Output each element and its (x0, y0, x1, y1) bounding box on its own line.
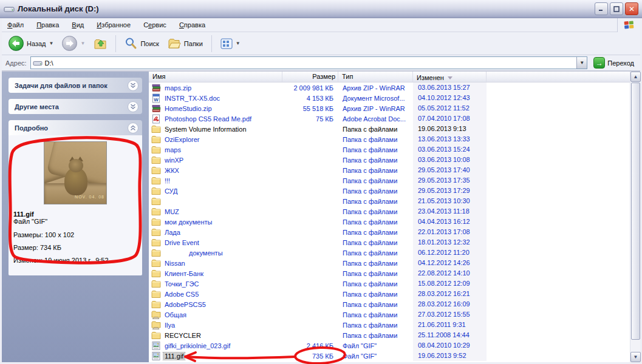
menu-item[interactable]: Справка (174, 19, 211, 31)
back-button[interactable]: Назад ▼ (5, 34, 56, 53)
details-filetype: Файл "GIF" (13, 218, 137, 225)
vertical-scrollbar[interactable]: ▲ ▼ (630, 72, 640, 362)
folder-icon (151, 186, 161, 196)
table-row[interactable]: Точки_ГЭС Папка с файлами 15.08.2012 12:… (149, 278, 630, 289)
file-size: 55 518 КБ (282, 105, 338, 112)
folders-button[interactable]: Папки (165, 36, 206, 52)
panel-file-tasks-header[interactable]: Задачи для файлов и папок (9, 78, 142, 93)
file-modified: 07.04.2010 17:08 (413, 113, 487, 124)
file-name: Общая (163, 311, 188, 318)
close-button[interactable]: ✕ (625, 2, 638, 15)
title-bar[interactable]: Локальный диск (D:) ✕ (0, 0, 642, 18)
folder-icon (151, 289, 161, 299)
table-row[interactable]: !!! Папка с файлами 29.05.2013 17:35 (149, 175, 630, 186)
table-row[interactable]: Лада Папка с файлами 22.01.2013 17:08 (149, 227, 630, 237)
toolbar-separator (211, 35, 212, 52)
panel-title: Другие места (15, 103, 59, 110)
file-type: Документ Microsof... (338, 95, 413, 102)
scrollbar-thumb[interactable] (631, 83, 640, 340)
column-header-name[interactable]: Имя (149, 72, 282, 82)
task-pane: Задачи для файлов и папок Другие места П… (2, 72, 149, 362)
table-row[interactable]: maps.zip 2 009 981 КБ Архив ZIP - WinRAR… (149, 83, 630, 93)
panel-details: Подробно NOV. 04. 08 111.gif Файл "G (9, 120, 142, 275)
table-row[interactable]: OziExplorer Папка с файлами 13.06.2013 1… (149, 134, 630, 144)
image-preview: NOV. 04. 08 (44, 141, 107, 204)
folder-icon (151, 166, 161, 175)
file-name: Nissan (163, 260, 186, 267)
menu-item[interactable]: Сервис (138, 19, 172, 31)
table-row[interactable]: СУД Папка с файлами 29.05.2013 17:29 (149, 186, 630, 196)
column-header-size[interactable]: Размер (282, 72, 338, 82)
table-row[interactable]: gifki_prikiolnie_023.gif 2 416 КБ Файл "… (149, 340, 630, 351)
search-button[interactable]: Поиск (121, 35, 162, 52)
table-row[interactable]: Ilya Папка с файлами 21.06.2011 9:31 (149, 320, 630, 330)
file-type: Папка с файлами (338, 218, 413, 226)
address-value: D:\ (45, 59, 53, 67)
column-header-type[interactable]: Тип (338, 72, 413, 82)
menu-bar: Файл Правка Вид Избранное Сервис Справка (2, 18, 640, 32)
up-button[interactable] (90, 35, 110, 52)
table-row[interactable]: Adobe CS5 Папка с файлами 28.03.2012 16:… (149, 289, 630, 299)
views-button[interactable]: ▼ (217, 36, 244, 51)
table-row[interactable]: RECYCLER Папка с файлами 25.11.2008 14:4… (149, 330, 630, 340)
menu-item[interactable]: Избранное (91, 19, 136, 31)
table-row[interactable]: Drive Event Папка с файлами 18.01.2013 1… (149, 237, 630, 248)
file-modified: 23.04.2013 11:18 (413, 206, 487, 217)
file-modified: 29.05.2013 17:35 (413, 175, 487, 186)
table-row[interactable]: документы Папка с файлами 06.12.2012 11:… (149, 248, 630, 258)
file-name: AdobePSCS5 (163, 301, 207, 308)
table-row[interactable]: winXP Папка с файлами 03.06.2013 10:08 (149, 155, 630, 165)
folders-label: Папки (184, 40, 203, 47)
minimize-button[interactable] (595, 2, 608, 15)
file-modified: 19.06.2013 9:52 (413, 351, 487, 361)
maximize-button[interactable] (610, 2, 623, 15)
table-row[interactable]: HomeStudio.zip 55 518 КБ Архив ZIP - Win… (149, 103, 630, 113)
file-modified: 03.06.2013 15:27 (413, 83, 487, 93)
table-row[interactable]: MUZ Папка с файлами 23.04.2013 11:18 (149, 206, 630, 217)
table-row[interactable]: AdobePSCS5 Папка с файлами 28.03.2012 16… (149, 299, 630, 309)
address-input[interactable]: D:\ ▼ (30, 56, 588, 69)
file-modified: 13.06.2013 13:33 (413, 134, 487, 144)
table-row[interactable]: Nissan Папка с файлами 04.12.2012 14:26 (149, 258, 630, 268)
panel-details-header[interactable]: Подробно (9, 120, 142, 135)
scroll-down-icon[interactable]: ▼ (630, 352, 641, 362)
table-row-selected[interactable]: 111.gif 735 КБ Файл "GIF" 19.06.2013 9:5… (149, 351, 630, 361)
views-dropdown-icon[interactable]: ▼ (236, 41, 241, 46)
column-header-modified[interactable]: Изменен (413, 72, 487, 82)
file-type: Папка с файлами (338, 280, 413, 288)
table-row[interactable]: maps Папка с файлами 03.06.2013 15:24 (149, 144, 630, 155)
go-button[interactable]: → Переход (591, 57, 637, 69)
chevron-up-icon[interactable] (128, 123, 138, 133)
forward-dropdown-icon[interactable]: ▼ (80, 41, 85, 46)
chevron-down-icon[interactable] (128, 101, 138, 112)
file-type: Папка с файлами (338, 249, 413, 257)
scroll-up-icon[interactable]: ▲ (630, 72, 641, 82)
table-row[interactable]: мои документы Папка с файлами 04.04.2013… (149, 217, 630, 227)
file-name: Photoshop CS5 Read Me.pdf (163, 115, 253, 123)
folder-icon (151, 197, 161, 206)
file-list: Имя Размер Тип Изменен maps.zip 2 009 98… (149, 72, 630, 362)
menu-item[interactable]: Правка (31, 19, 64, 31)
chevron-down-icon[interactable] (128, 80, 138, 91)
table-row[interactable]: Папка с файлами 21.05.2013 10:30 (149, 196, 630, 206)
file-name: Точки_ГЭС (163, 280, 200, 288)
table-row[interactable]: System Volume Information Папка с файлам… (149, 124, 630, 134)
file-type: Папка с файлами (338, 311, 413, 318)
back-dropdown-icon[interactable]: ▼ (49, 41, 54, 46)
table-row[interactable]: ЖКХ Папка с файлами 29.05.2013 17:40 (149, 165, 630, 175)
menu-item[interactable]: Файл (2, 19, 29, 31)
file-size: 75 КБ (282, 115, 338, 123)
toolbar: Назад ▼ ▼ Поиск (2, 32, 640, 55)
table-row[interactable]: Photoshop CS5 Read Me.pdf 75 КБ Adobe Ac… (149, 113, 630, 124)
menu-item[interactable]: Вид (66, 19, 89, 31)
table-row[interactable]: Клиент-Банк Папка с файлами 22.08.2012 1… (149, 268, 630, 278)
file-modified: 29.05.2013 17:40 (413, 165, 487, 175)
panel-other-places-header[interactable]: Другие места (9, 99, 142, 114)
table-row[interactable]: Общая Папка с файлами 27.03.2012 15:55 (149, 309, 630, 320)
file-name: Клиент-Банк (163, 270, 205, 277)
toolbar-separator (115, 35, 116, 52)
table-row[interactable]: WINSTR_TX-X5.doc 4 153 КБ Документ Micro… (149, 93, 630, 103)
svg-text:W: W (154, 96, 159, 102)
forward-button[interactable]: ▼ (59, 34, 88, 53)
address-dropdown-button[interactable]: ▼ (576, 57, 587, 69)
